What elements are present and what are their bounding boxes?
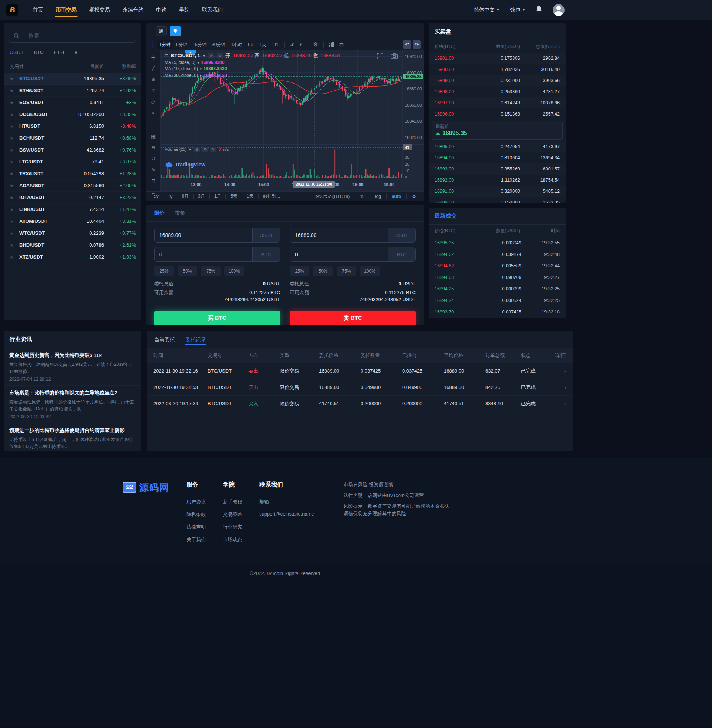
range-button[interactable]: 3月 [194, 193, 208, 199]
market-pair-row[interactable]: ★ ATOM/USDT 10.4404 +3.31% [4, 215, 141, 227]
market-pair-row[interactable]: ★ XTZ/USDT 1.0002 +1.93% [4, 251, 141, 263]
market-pair-row[interactable]: ★ LTC/USDT 78.41 +3.87% [4, 156, 141, 168]
favorite-star-icon[interactable]: ★ [10, 76, 19, 82]
volume-gear-icon[interactable]: ⚙ [202, 147, 208, 152]
footer-link[interactable]: 新手教程 [223, 498, 242, 505]
order-detail-chevron[interactable]: › [546, 368, 566, 374]
favorite-star-icon[interactable]: ★ [10, 159, 19, 165]
sell-percent-button[interactable]: 25% [290, 266, 309, 276]
market-pair-row[interactable]: ★ BHD/USDT 0.0786 +2.61% [4, 239, 141, 251]
favorite-star-icon[interactable]: ★ [10, 219, 19, 224]
language-dropdown[interactable]: 简体中文 [474, 7, 500, 13]
order-type-tab[interactable]: 限价 [154, 210, 165, 216]
market-pair-row[interactable]: ★ LINK/USDT 7.4314 +1.47% [4, 203, 141, 215]
footer-link[interactable]: 隐私条款 [187, 511, 206, 518]
notification-bell-icon[interactable] [535, 6, 542, 14]
buy-percent-button[interactable]: 50% [178, 266, 197, 276]
bid-row[interactable]: 16891.000.3200005405.12 [429, 186, 566, 197]
ask-row[interactable]: 16897.000.61424310378.86 [429, 97, 566, 108]
favorite-star-icon[interactable]: ★ [10, 243, 19, 248]
timeframe-button[interactable]: 1月 [269, 40, 281, 49]
quote-tab[interactable]: ★ [74, 49, 79, 55]
news-item[interactable]: 黄金达到历史新高，因为比特币突破$ 11k 黄金价格周一达到新的历史高点1,94… [4, 348, 141, 385]
market-pair-row[interactable]: ★ TRX/USDT 0.054298 +1.28% [4, 168, 141, 180]
order-detail-chevron[interactable]: › [546, 400, 566, 407]
magnet-icon[interactable]: Ω [151, 156, 155, 161]
quote-tab[interactable]: BTC [33, 49, 44, 55]
favorite-star-icon[interactable]: ★ [10, 231, 19, 236]
chevron-down-icon[interactable]: ▼ [297, 43, 304, 46]
legend-symbol[interactable]: BTC/USDT, 1 [171, 52, 200, 59]
redo-icon[interactable]: ↷ [412, 40, 421, 49]
favorite-star-icon[interactable]: ★ [10, 136, 19, 141]
sell-button[interactable]: 卖 BTC [290, 311, 415, 325]
legend-collapse-icon[interactable]: ⊟ [165, 53, 168, 59]
favorite-star-icon[interactable]: ★ [10, 100, 19, 105]
sell-percent-button[interactable]: 50% [313, 266, 333, 276]
timeframe-button[interactable]: 5分钟 [174, 40, 190, 49]
sell-price-field[interactable]: USDT [290, 228, 415, 243]
bid-row[interactable]: 16893.000.3552696001.57 [429, 163, 566, 175]
axis-settings-gear-icon[interactable]: ⚙ [409, 194, 419, 199]
user-avatar[interactable] [553, 4, 565, 16]
range-button[interactable]: 5天 [227, 193, 241, 199]
arrow-back-icon[interactable]: ← [150, 122, 156, 128]
candle-style-icon[interactable] [288, 42, 297, 47]
quote-tab[interactable]: USDT [10, 49, 24, 55]
footer-link[interactable]: 法律声明 [187, 524, 206, 531]
sell-percent-button[interactable]: 75% [337, 266, 356, 276]
buy-amount-input[interactable] [154, 248, 252, 261]
lock-icon[interactable]: ⊓ [151, 178, 155, 184]
chart-clock[interactable]: 19:32:57 (UTC+8) [310, 194, 353, 199]
theme-black-button[interactable]: 黑 [156, 27, 167, 36]
market-pair-row[interactable]: ★ IOTA/USDT 0.2147 +3.22% [4, 192, 141, 203]
ask-row[interactable]: 16900.001.78203630116.40 [429, 64, 566, 75]
candlestick-chart[interactable]: ▲ 16920.0016900.0016880.0016860.0016840.… [161, 50, 424, 191]
range-button[interactable]: 6月 [178, 193, 192, 199]
nav-item[interactable]: 申购 [150, 0, 173, 20]
favorite-star-icon[interactable]: ★ [10, 183, 19, 188]
text-tool-icon[interactable]: T [151, 88, 155, 93]
range-button[interactable]: 1天 [243, 193, 257, 199]
market-pair-row[interactable]: ★ WTC/USDT 0.2239 +0.77% [4, 227, 141, 239]
volume-close-icon[interactable]: ✕ [210, 147, 216, 152]
bid-row[interactable]: 16892.001.11026218754.54 [429, 175, 566, 186]
fullscreen-icon[interactable] [377, 53, 383, 61]
favorite-star-icon[interactable]: ★ [10, 147, 19, 153]
nav-item[interactable]: 联系我们 [196, 0, 229, 20]
footer-link[interactable]: 关于我们 [187, 536, 206, 543]
pattern-tool-icon[interactable]: ◇ [151, 99, 155, 104]
bid-row[interactable]: 16895.000.2470544173.97 [429, 141, 566, 152]
sell-amount-input[interactable] [290, 248, 388, 261]
ask-row[interactable]: 16896.000.1513632557.42 [429, 108, 566, 120]
order-detail-chevron[interactable]: › [546, 384, 566, 390]
favorite-star-icon[interactable]: ★ [10, 195, 19, 200]
pitchfork-tool-icon[interactable]: ⋔ [151, 77, 156, 82]
nav-item[interactable]: 学院 [173, 0, 196, 20]
log-scale-button[interactable]: log [372, 194, 384, 199]
news-item[interactable]: 预期进一步的比特币收益将使期货合约清算家上阴影 比特币以上$ 11,400飙升，… [4, 423, 141, 451]
indicators-icon[interactable] [326, 42, 337, 47]
buy-button[interactable]: 买 BTC [154, 311, 280, 325]
camera-snapshot-icon[interactable] [391, 53, 398, 61]
orders-tab[interactable]: 委托记录 [185, 331, 206, 348]
bid-row[interactable]: 16889.000.1500002533.35 [429, 197, 566, 203]
buy-percent-button[interactable]: 25% [154, 266, 174, 276]
timeframe-button[interactable]: 30分钟 [209, 40, 228, 49]
buy-price-field[interactable]: USDT [154, 228, 280, 243]
orders-tab[interactable]: 当前委托 [154, 331, 175, 348]
favorite-star-icon[interactable]: ★ [10, 254, 19, 259]
crosshair-tool-icon[interactable]: ┼ [151, 55, 155, 60]
ask-row[interactable]: 16898.000.2533604281.27 [429, 86, 566, 97]
favorite-star-icon[interactable]: ★ [10, 88, 19, 93]
chevron-down-icon[interactable] [189, 148, 192, 150]
ask-row[interactable]: 16899.000.2310003903.66 [429, 75, 566, 86]
search-box[interactable] [9, 28, 136, 43]
sell-amount-field[interactable]: BTC [290, 247, 415, 262]
bid-row[interactable]: 16894.000.81060413694.34 [429, 152, 566, 163]
timeframe-button[interactable]: 1分钟 [157, 40, 174, 49]
nav-item[interactable]: 币币交易 [49, 0, 83, 20]
order-type-tab[interactable]: 市价 [175, 210, 185, 216]
sell-price-input[interactable] [290, 228, 388, 242]
footer-link[interactable]: 市场动态 [223, 536, 242, 543]
